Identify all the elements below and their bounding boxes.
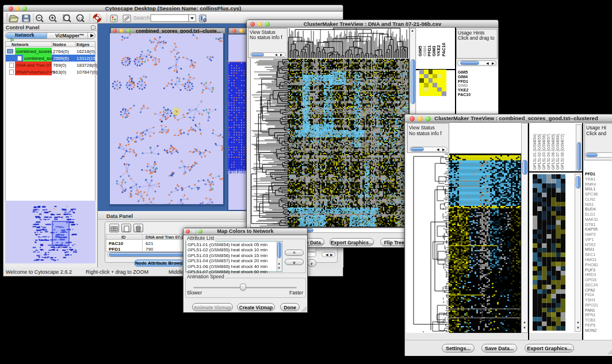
svg-text:GPL51-08 (GSM872): GPL51-08 (GSM872)	[560, 134, 565, 170]
svg-text:GPL51-04 (GSM857): GPL51-04 (GSM857)	[546, 134, 551, 170]
svg-text:Search:: Search:	[133, 15, 151, 21]
svg-text:1:1: 1:1	[78, 17, 82, 20]
svg-text:GPL51-01 (GSM854): GPL51-01 (GSM854)	[533, 134, 537, 170]
svg-text:GPL51-07 (GSM868): GPL51-07 (GSM868)	[556, 134, 560, 170]
svg-text:GPL51-03 (GSM856): GPL51-03 (GSM856)	[542, 134, 546, 170]
svg-text:GPL51-06 (GSM865): GPL51-06 (GSM865)	[551, 134, 556, 170]
svg-text:GPL51-02 (GSM855): GPL51-02 (GSM855)	[537, 134, 542, 170]
svg-text:PAC10: PAC10	[441, 43, 446, 56]
svg-text:YKE2: YKE2	[436, 45, 441, 56]
